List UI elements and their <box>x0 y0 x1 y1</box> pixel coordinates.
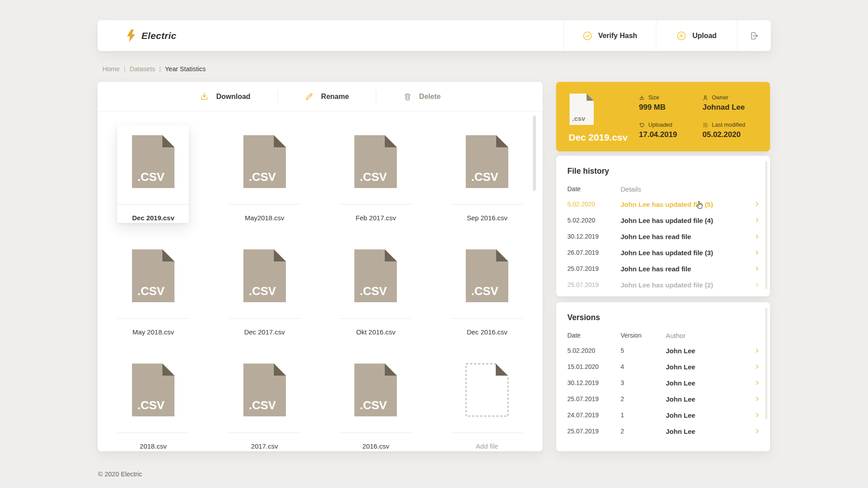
csv-file-icon-white: .csv <box>570 94 594 125</box>
verify-hash-button[interactable]: Verify Hash <box>563 20 656 51</box>
versions-scrollbar[interactable] <box>765 308 767 420</box>
file-tile-dec-2017[interactable]: .CSV Dec 2017.csv <box>229 240 300 337</box>
file-label: Dec 2017.csv <box>244 328 285 336</box>
file-details-card: .csv Dec 2019.csv Size 999 MB Owner John… <box>556 82 770 151</box>
trash-icon <box>403 92 412 101</box>
file-tile-2017[interactable]: .CSV 2017.csv <box>229 354 300 451</box>
logo[interactable]: Electric <box>98 20 563 51</box>
history-row[interactable]: 5.02.2020 John Lee has updated file (5) <box>556 196 770 212</box>
file-tile-may-2018[interactable]: .CSV May 2018.csv <box>117 240 189 337</box>
add-file-tile[interactable]: Add file <box>451 354 523 451</box>
svg-text:.csv: .csv <box>572 115 586 122</box>
download-arrow-icon <box>200 92 209 101</box>
version-row[interactable]: 30.12.2019 3 John Lee <box>556 375 770 391</box>
version-row[interactable]: 15.01.2020 4 John Lee <box>556 359 770 375</box>
breadcrumb: Home | Datasets | Year Statistics <box>102 65 206 73</box>
breadcrumb-home[interactable]: Home <box>102 65 120 73</box>
selected-file-name: Dec 2019.csv <box>569 132 628 143</box>
sign-out-button[interactable] <box>737 20 771 51</box>
file-tile-feb-2017[interactable]: .CSV Feb 2017.csv <box>340 125 412 223</box>
size-value: 999 MB <box>639 103 702 112</box>
breadcrumb-datasets[interactable]: Datasets <box>129 65 155 73</box>
version-row[interactable]: 24.07.2019 1 John Lee <box>556 407 770 423</box>
chevron-right-icon <box>754 347 760 354</box>
modified-label: Last modified <box>712 122 745 128</box>
column-date: Date <box>567 332 621 339</box>
version-author: John Lee <box>666 347 754 355</box>
file-tile-okt-2016[interactable]: .CSV Okt 2016.csv <box>340 240 412 337</box>
files-scrollbar[interactable] <box>533 116 536 191</box>
meta-modified: Last modified 05.02.2020 <box>702 122 745 139</box>
file-history-header: Date Details <box>567 185 759 193</box>
file-tile-2016[interactable]: .CSV 2016.csv <box>340 354 412 451</box>
history-row[interactable]: 5.02.2020 John Lee has updated file (4) <box>556 212 770 228</box>
history-row[interactable]: 25.07.2019 John Lee has read file <box>556 261 770 277</box>
csv-file-icon: .CSV <box>354 249 397 302</box>
file-label: May2018.csv <box>245 214 284 222</box>
lightning-bolt-icon <box>126 30 137 42</box>
file-tile-dec-2016[interactable]: .CSV Dec 2016.csv <box>451 240 523 337</box>
file-tile-sep-2016[interactable]: .CSV Sep 2016.csv <box>451 125 523 223</box>
size-label: Size <box>648 94 659 101</box>
tile-divider <box>229 318 300 319</box>
file-label: Okt 2016.csv <box>356 328 396 336</box>
file-label: Feb 2017.csv <box>356 214 396 222</box>
file-label: May 2018.csv <box>132 328 174 336</box>
history-scrollbar[interactable] <box>765 161 767 289</box>
version-author: John Lee <box>666 411 754 419</box>
csv-file-icon: .CSV <box>354 135 397 188</box>
version-row[interactable]: 5.02.2020 5 John Lee <box>556 342 770 359</box>
meta-size: Size 999 MB <box>639 94 702 112</box>
upload-button[interactable]: Upload <box>656 20 737 51</box>
version-number: 2 <box>621 395 666 402</box>
tile-divider <box>229 432 300 433</box>
chevron-right-icon <box>754 428 760 434</box>
file-tile-dec-2019[interactable]: .CSV Dec 2019.csv <box>117 125 189 223</box>
add-file-icon <box>466 364 508 416</box>
file-history-rows: 5.02.2020 John Lee has updated file (5) … <box>556 196 770 293</box>
versions-panel: Versions Date Version Author 5.02.2020 5… <box>556 302 770 451</box>
delete-label: Delete <box>419 93 441 101</box>
history-row[interactable]: 25.07.2019 John Lee has updated file (2) <box>556 277 770 293</box>
history-details: John Lee has read file <box>621 233 754 240</box>
files-panel: Download Rename Delete .CSV Dec 2019.csv <box>98 82 543 451</box>
version-number: 3 <box>621 379 666 386</box>
file-tile-2018[interactable]: .CSV 2018.csv <box>117 354 189 451</box>
version-author: John Lee <box>666 428 754 435</box>
meta-owner: Owner Johnad Lee <box>702 94 745 112</box>
history-row[interactable]: 26.07.2019 John Lee has updated file (3) <box>556 244 770 261</box>
version-date: 25.07.2019 <box>567 428 621 435</box>
tile-divider <box>340 204 412 205</box>
check-circle-icon <box>583 31 592 41</box>
history-row[interactable]: 30.12.2019 John Lee has read file <box>556 228 770 244</box>
owner-value: Johnad Lee <box>702 103 745 112</box>
svg-text:.CSV: .CSV <box>360 398 387 412</box>
history-arrow-icon <box>639 122 645 128</box>
svg-text:.CSV: .CSV <box>249 170 276 184</box>
rename-button[interactable]: Rename <box>299 92 354 101</box>
upload-label: Upload <box>692 32 716 40</box>
download-button[interactable]: Download <box>194 92 255 101</box>
history-date: 5.02.2020 <box>567 217 621 224</box>
file-tile-may2018[interactable]: .CSV May2018.csv <box>229 125 300 223</box>
version-number: 5 <box>621 347 666 354</box>
rename-label: Rename <box>321 93 349 101</box>
versions-title: Versions <box>567 313 770 322</box>
add-file-label: Add file <box>476 442 498 450</box>
csv-file-icon: .CSV <box>132 364 174 416</box>
file-meta-grid: Size 999 MB Owner Johnad Lee Uploaded 17… <box>639 94 745 139</box>
delete-button[interactable]: Delete <box>398 92 446 101</box>
version-row[interactable]: 25.07.2019 2 John Lee <box>556 391 770 407</box>
column-date: Date <box>567 185 621 193</box>
file-label: Sep 2016.csv <box>467 214 507 222</box>
version-author: John Lee <box>666 395 754 403</box>
version-row[interactable]: 25.07.2019 2 John Lee <box>556 423 770 439</box>
chevron-right-icon <box>754 364 760 370</box>
versions-rows: 5.02.2020 5 John Lee 15.01.2020 4 John L… <box>556 342 770 439</box>
history-date: 25.07.2019 <box>567 265 621 272</box>
tile-divider <box>117 318 189 319</box>
column-author: Author <box>666 332 759 339</box>
tile-divider <box>229 204 300 205</box>
version-author: John Lee <box>666 379 754 387</box>
history-date: 25.07.2019 <box>567 281 621 288</box>
